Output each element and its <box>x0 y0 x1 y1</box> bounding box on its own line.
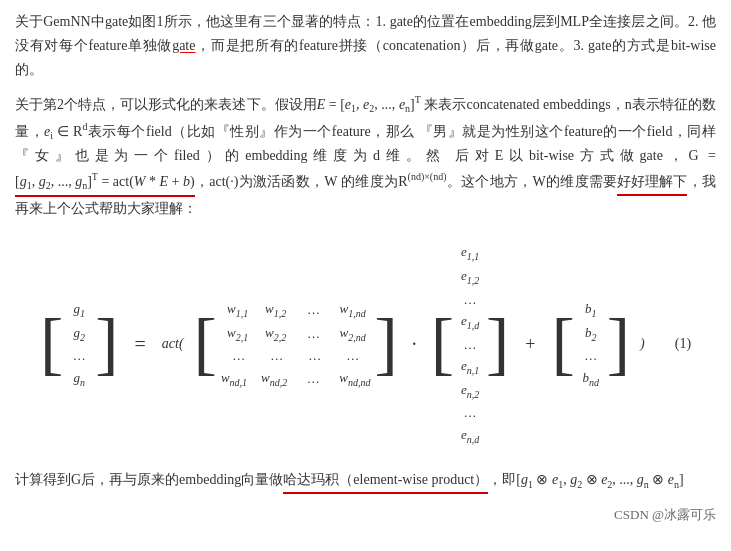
w1nd: w1,nd <box>340 299 366 321</box>
wnd2: wnd,2 <box>261 368 287 390</box>
b-dots: … <box>579 346 603 366</box>
equation-block: [ g1 g2 … gn ] = act( [ w1,1 w1,2 … w1,n… <box>15 238 716 450</box>
w11: w1,1 <box>226 299 250 321</box>
left-bracket-b: [ <box>551 309 574 379</box>
paragraph-1: 关于GemNN中gate如图1所示，他这里有三个显著的特点：1. gate的位置… <box>15 10 716 81</box>
wnd1: wnd,1 <box>221 368 247 390</box>
g-dots: … <box>67 346 91 366</box>
paragraph-2: 关于第2个特点，可以形式化的来表述下。假设用E = [e1, e2, ..., … <box>15 91 716 220</box>
equals-sign: = <box>129 327 152 361</box>
wndnd: wnd,nd <box>339 368 370 390</box>
b1: b1 <box>579 299 603 321</box>
wrow-dots1: … <box>227 346 251 366</box>
b2: b2 <box>579 323 603 345</box>
right-bracket-w: ] <box>374 309 397 379</box>
g-vector: [ g1 g2 … gn ] <box>40 295 119 393</box>
en1: en,1 <box>458 356 482 378</box>
right-bracket-b: ] <box>607 309 630 379</box>
e1d: e1,d <box>458 311 482 333</box>
g2: g2 <box>67 323 91 345</box>
left-bracket-g: [ <box>40 309 63 379</box>
right-bracket-e: ] <box>486 309 509 379</box>
wnd-dots: … <box>301 369 325 389</box>
e-dots2: … <box>458 335 482 355</box>
equation-number: (1) <box>675 332 691 356</box>
w2-dots: … <box>302 324 326 344</box>
e-dots3: … <box>458 403 482 423</box>
w22: w2,2 <box>264 323 288 345</box>
left-bracket-w: [ <box>194 309 217 379</box>
e11: e1,1 <box>458 242 482 264</box>
wrow-dots2: … <box>265 346 289 366</box>
right-bracket-g: ] <box>95 309 118 379</box>
w21: w2,1 <box>226 323 250 345</box>
e-dots1: … <box>458 290 482 310</box>
g1: g1 <box>67 299 91 321</box>
act-label: act( <box>162 332 184 356</box>
w1-dots: … <box>302 300 326 320</box>
plus-sign: + <box>519 329 541 360</box>
paragraph-3: 计算得到G后，再与原来的embedding向量做哈达玛积（element-wis… <box>15 468 716 494</box>
left-bracket-e: [ <box>431 309 454 379</box>
en2: en,2 <box>458 380 482 402</box>
w-matrix: [ w1,1 w1,2 … w1,nd w2,1 w2,2 … w2,nd … … <box>194 295 398 393</box>
end: en,d <box>458 425 482 447</box>
wrow-dots4: … <box>341 346 365 366</box>
w2nd: w2,nd <box>340 323 366 345</box>
underline-gate: gate <box>172 38 195 53</box>
footer: CSDN @冰露可乐 <box>15 504 716 526</box>
e12: e1,2 <box>458 266 482 288</box>
wrow-dots3: … <box>303 346 327 366</box>
w12: w1,2 <box>264 299 288 321</box>
main-content: 关于GemNN中gate如图1所示，他这里有三个显著的特点：1. gate的位置… <box>15 10 716 526</box>
bnd: bnd <box>579 368 603 390</box>
act-close-paren: ) <box>640 332 645 356</box>
gn: gn <box>67 368 91 390</box>
e-vector: [ e1,1 e1,2 … e1,d … en,1 en,2 … en,d ] <box>431 238 510 450</box>
dot-product-sign: · <box>408 327 421 361</box>
b-vector: [ b1 b2 … bnd ] <box>551 295 630 393</box>
